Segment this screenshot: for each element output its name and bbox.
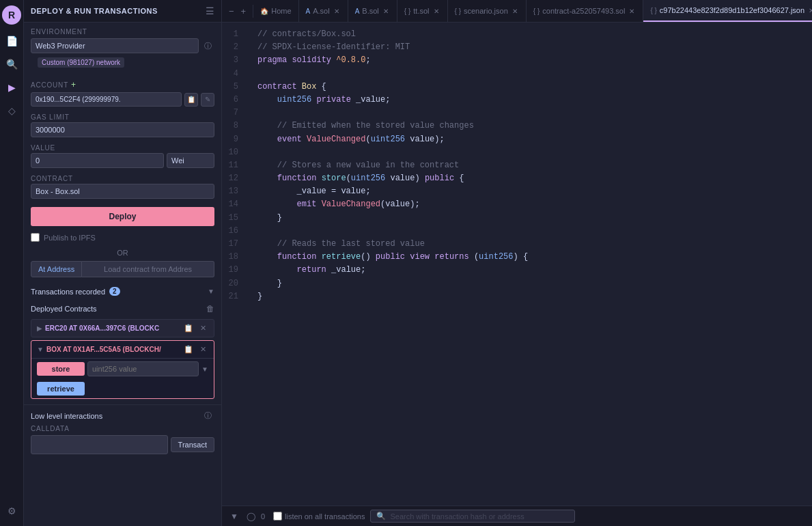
- at-address-row: At Address Load contract from Addres: [31, 261, 214, 277]
- panel-menu-icon[interactable]: ☰: [206, 5, 214, 16]
- deploy-sidebar-icon[interactable]: ▶: [2, 78, 21, 97]
- transactions-label: Transactions recorded: [31, 288, 105, 296]
- deploy-button[interactable]: Deploy: [31, 207, 214, 226]
- panel-title: DEPLOY & RUN TRANSACTIONS: [31, 7, 158, 15]
- gas-limit-input[interactable]: 3000000: [31, 122, 214, 137]
- tab-a-sol[interactable]: A A.sol ✕: [299, 0, 348, 22]
- box-contract-header[interactable]: ▼ BOX AT 0X1AF...5C5A5 (BLOCKCH/ 📋 ✕: [31, 341, 214, 359]
- brand-logo: R: [2, 5, 21, 25]
- listen-label: listen on all transactions: [285, 512, 365, 521]
- zoom-in-button[interactable]: +: [238, 5, 249, 18]
- tt-sol-close[interactable]: ✕: [432, 7, 440, 16]
- transactions-badge: 2: [109, 287, 120, 296]
- publish-checkbox[interactable]: [31, 233, 40, 242]
- zoom-controls: − +: [222, 5, 253, 18]
- tab-tt-sol[interactable]: { } tt.sol ✕: [397, 0, 448, 22]
- contract-row: Box - Box.sol: [31, 184, 214, 199]
- deploy-panel: DEPLOY & RUN TRANSACTIONS ☰ ENVIRONMENT …: [24, 0, 222, 526]
- status-down-icon[interactable]: ▼: [227, 510, 241, 523]
- retrieve-function-row: retrieve: [31, 379, 214, 398]
- calldata-row: Transact: [31, 435, 214, 454]
- tab-home[interactable]: 🏠 Home: [253, 0, 298, 22]
- erc20-copy-icon[interactable]: 📋: [182, 323, 195, 333]
- tab-b-sol[interactable]: A B.sol ✕: [348, 0, 397, 22]
- low-level-info-icon[interactable]: ⓘ: [201, 409, 214, 422]
- publish-row: Publish to IPFS: [24, 230, 221, 245]
- zoom-out-button[interactable]: −: [226, 5, 237, 18]
- panel-header: DEPLOY & RUN TRANSACTIONS ☰: [24, 0, 221, 23]
- calldata-input[interactable]: [31, 435, 168, 454]
- account-select-row: 0x190...5C2F4 (299999979. 📋 ✎: [31, 92, 214, 107]
- code-container: 1 2 3 4 5 6 7 8 9 10 11 12 13 14 15 16 1…: [222, 23, 812, 506]
- extensions-icon[interactable]: ◇: [2, 101, 21, 120]
- environment-row: Web3 Provider ⓘ: [31, 38, 214, 53]
- deployed-contracts-section[interactable]: Deployed Contracts 🗑: [24, 300, 221, 318]
- search-sidebar-icon[interactable]: 🔍: [2, 55, 21, 74]
- erc20-chevron-icon: ▶: [37, 324, 42, 332]
- status-circle-icon[interactable]: ◯: [244, 510, 258, 523]
- erc20-contract-item: ▶ ERC20 AT 0X66A...397C6 (BLOCKC 📋 ✕: [31, 319, 214, 337]
- line-numbers: 1 2 3 4 5 6 7 8 9 10 11 12 13 14 15 16 1…: [222, 23, 249, 506]
- gas-limit-label: GAS LIMIT: [24, 111, 221, 122]
- contract-a-icon: { }: [533, 8, 540, 15]
- store-function-row: store ▼: [31, 359, 214, 379]
- scenario-json-icon: { }: [455, 8, 461, 15]
- search-status-bar[interactable]: 🔍 Search with transaction hash or addres…: [370, 510, 575, 523]
- store-button[interactable]: store: [37, 362, 85, 376]
- listen-checkbox-row: listen on all transactions: [273, 512, 365, 521]
- copy-account-icon[interactable]: 📋: [184, 93, 198, 107]
- low-level-title: Low level interactions: [31, 412, 102, 420]
- erc20-close-icon[interactable]: ✕: [198, 323, 208, 333]
- environment-info-icon[interactable]: ⓘ: [201, 40, 214, 53]
- environment-select[interactable]: Web3 Provider: [31, 38, 199, 53]
- files-icon[interactable]: 📄: [2, 31, 21, 51]
- value-row: Wei Gwei Finney Ether: [31, 153, 214, 168]
- load-contract-button[interactable]: Load contract from Addres: [82, 261, 214, 277]
- tab-c97b[interactable]: { } c97b22443e823f2d89d1b12ef3046627.jso…: [643, 0, 812, 22]
- status-count: 0: [261, 512, 265, 521]
- main-content: − + 🏠 Home A A.sol ✕ A B.sol ✕ { } tt.so…: [222, 0, 812, 526]
- value-input[interactable]: [31, 153, 164, 168]
- scenario-json-close[interactable]: ✕: [511, 7, 519, 16]
- box-contract-expanded: ▼ BOX AT 0X1AF...5C5A5 (BLOCKCH/ 📋 ✕ sto…: [31, 340, 214, 399]
- contract-select[interactable]: Box - Box.sol: [31, 184, 214, 199]
- low-level-section: Low level interactions ⓘ CALLDATA Transa…: [24, 404, 221, 458]
- account-select[interactable]: 0x190...5C2F4 (299999979.: [31, 92, 182, 107]
- tab-scenario-json[interactable]: { } scenario.json ✕: [448, 0, 527, 22]
- clear-contracts-icon[interactable]: 🗑: [206, 304, 214, 314]
- retrieve-button[interactable]: retrieve: [37, 382, 85, 396]
- box-copy-icon[interactable]: 📋: [182, 344, 195, 355]
- box-close-icon[interactable]: ✕: [198, 344, 208, 355]
- publish-label: Publish to IPFS: [44, 234, 96, 242]
- store-input[interactable]: [87, 361, 199, 376]
- erc20-contract-name: ERC20 AT 0X66A...397C6 (BLOCKC: [45, 324, 159, 332]
- add-account-icon[interactable]: +: [71, 80, 76, 89]
- store-chevron-icon[interactable]: ▼: [201, 365, 208, 373]
- a-sol-close[interactable]: ✕: [333, 7, 341, 16]
- tab-contract-a[interactable]: { } contract-a252057493.sol ✕: [527, 0, 644, 22]
- settings-icon[interactable]: ⚙: [2, 501, 21, 521]
- value-unit-select[interactable]: Wei Gwei Finney Ether: [167, 153, 214, 168]
- value-label: VALUE: [24, 141, 221, 153]
- deployed-contracts-label: Deployed Contracts: [31, 305, 97, 313]
- erc20-contract-header[interactable]: ▶ ERC20 AT 0X66A...397C6 (BLOCKC 📋 ✕: [31, 320, 214, 337]
- transactions-section[interactable]: Transactions recorded 2 ▼: [24, 283, 221, 300]
- b-sol-close[interactable]: ✕: [382, 7, 390, 16]
- contract-a-close[interactable]: ✕: [628, 7, 636, 16]
- environment-label: ENVIRONMENT: [24, 23, 221, 38]
- icon-sidebar: R 📄 🔍 ▶ ◇ ⚙: [0, 0, 24, 526]
- listen-checkbox[interactable]: [273, 512, 282, 521]
- code-editor[interactable]: 1 2 3 4 5 6 7 8 9 10 11 12 13 14 15 16 1…: [222, 23, 812, 506]
- network-badge: Custom (981027) network: [38, 57, 124, 68]
- transact-button[interactable]: Transact: [171, 437, 214, 452]
- edit-account-icon[interactable]: ✎: [201, 93, 214, 107]
- low-level-header: Low level interactions ⓘ: [31, 409, 214, 422]
- account-row: ACCOUNT +: [24, 77, 221, 92]
- box-contract-name: BOX AT 0X1AF...5C5A5 (BLOCKCH/: [46, 346, 161, 353]
- contract-label: CONTRACT: [24, 172, 221, 184]
- at-address-button[interactable]: At Address: [31, 261, 82, 277]
- search-status-placeholder: Search with transaction hash or address: [390, 512, 524, 521]
- status-bar: ▼ ◯ 0 listen on all transactions 🔍 Searc…: [222, 506, 812, 526]
- c97b-close[interactable]: ✕: [807, 6, 812, 15]
- transactions-chevron: ▼: [208, 288, 214, 295]
